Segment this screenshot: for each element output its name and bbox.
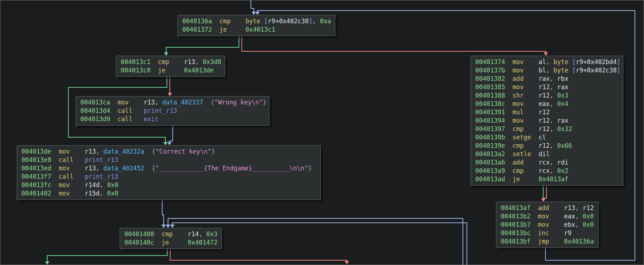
instruction-row-00401394[interactable]: 00401394movr12, rax: [475, 116, 619, 125]
instruction-row-00401374[interactable]: 00401374moval, byte [r9+0x402bd4]: [475, 58, 619, 66]
instruction-row-004013d9[interactable]: 004013d9callexit: [80, 115, 265, 123]
edge-00401408-true: [47, 255, 48, 261]
instruction-row-0040139b[interactable]: 0040139bsetgecl: [475, 133, 619, 142]
operand-token: 0x32: [557, 125, 572, 132]
instruction-row-004013b7[interactable]: 004013b7movebx, 0x0: [501, 221, 594, 229]
instruction-row-004013fc[interactable]: 004013fcmovr14d, 0x0: [21, 181, 316, 189]
operand-token: r14: [188, 230, 199, 238]
operand-token: 0x0: [583, 221, 594, 228]
basic-block-004013ca[interactable]: 004013camovr13, data_402337 {"Wrong key\…: [76, 96, 269, 126]
instruction-row-004013c1[interactable]: 004013c1cmpr13, 0x3d8: [121, 58, 220, 66]
operand-token: 0x3: [557, 92, 568, 99]
disassembly-graph[interactable]: 0040136acmpbyte [r9+0x402c38], 0xa004013…: [0, 0, 644, 265]
basic-block-004013de[interactable]: 004013demovr13, data_40232a {"Correct ke…: [17, 145, 321, 200]
instruction-row-00401402[interactable]: 00401402movr15d, 0x0: [21, 189, 316, 198]
operand-token: [: [572, 58, 576, 66]
instruction-row-004013a6[interactable]: 004013a6addrcx, rdi: [475, 158, 619, 167]
instruction-row-00401397[interactable]: 00401397cmpr12, 0x32: [475, 125, 619, 133]
edge-00401408-false: [170, 249, 171, 260]
basic-block-00401374[interactable]: 00401374moval, byte [r9+0x402bd4]0040137…: [471, 56, 623, 186]
instruction-row-004013c8[interactable]: 004013c8je0x4013de: [121, 66, 220, 75]
edge-004013ca-fallthrough: [172, 126, 173, 141]
instruction-row-004013bc[interactable]: 004013bcincr9: [501, 229, 594, 237]
instruction-address: 00401397: [475, 125, 512, 133]
instruction-row-0040140c[interactable]: 0040140cje0x401472: [124, 238, 217, 247]
instruction-mnemonic: cmp: [161, 230, 188, 238]
operand-token: byte: [553, 58, 568, 66]
operand-token: r9: [564, 229, 571, 237]
operand-token: }: [211, 148, 215, 155]
edge-004013c1-true: [68, 87, 167, 88]
instruction-row-0040139e[interactable]: 0040139ecmpr12, 0x66: [475, 142, 619, 150]
edge-004013c1-true: [68, 137, 166, 138]
operand-token: }: [308, 165, 312, 172]
instruction-mnemonic: mov: [538, 221, 564, 229]
instruction-mnemonic: call: [59, 173, 85, 181]
instruction-row-004013ad[interactable]: 004013adje0x4013af: [475, 175, 619, 183]
basic-block-0040136a[interactable]: 0040136acmpbyte [r9+0x402c38], 0xa004013…: [177, 15, 335, 36]
instruction-row-00401385[interactable]: 00401385movr12, rax: [475, 83, 619, 91]
operand-token: ]: [617, 67, 620, 74]
instruction-row-004013e8[interactable]: 004013e8callprint_r13: [21, 156, 316, 164]
operand-token: 0x4013af: [539, 175, 568, 183]
operand-token: eax: [564, 213, 575, 220]
instruction-row-00401391[interactable]: 00401391mulr12: [475, 108, 619, 116]
instruction-mnemonic: je: [161, 238, 188, 247]
edge-00401408-false: [170, 260, 347, 261]
instruction-mnemonic: add: [512, 75, 539, 83]
instruction-mnemonic: cmp: [512, 167, 539, 175]
instruction-mnemonic: shr: [512, 91, 539, 100]
instruction-address: 004013bf: [501, 237, 538, 246]
instruction-address: 0040138c: [475, 100, 512, 108]
instruction-row-004013ca[interactable]: 004013camovr13, data_402337 {"Wrong key\…: [80, 98, 265, 107]
operand-token: 0x4013de: [184, 67, 214, 74]
operand-token: ,: [575, 204, 583, 211]
instruction-row-00401372[interactable]: 00401372je0x4013c1: [182, 25, 331, 34]
basic-block-00401408[interactable]: 00401408cmpr14, 0x30040140cje0x401472: [120, 228, 222, 249]
instruction-address: 004013b2: [501, 212, 538, 221]
instruction-address: 004013f7: [21, 173, 59, 181]
instruction-row-004013b2[interactable]: 004013b2moveax, 0x0: [501, 212, 594, 221]
operand-token: rax: [557, 83, 568, 91]
instruction-row-004013f7[interactable]: 004013f7callprint_r13: [21, 173, 316, 181]
arrowhead-004013ca-fallthrough: [167, 142, 172, 145]
instruction-row-004013bf[interactable]: 004013bfjmp0x40136a: [501, 237, 594, 246]
operand-token: ]: [617, 58, 620, 66]
operand-token: ,: [550, 125, 557, 132]
instruction-address: 0040136a: [182, 17, 219, 25]
instruction-row-004013a2[interactable]: 004013a2setledil: [475, 150, 619, 158]
instruction-address: 004013ca: [80, 98, 117, 107]
instruction-row-00401408[interactable]: 00401408cmpr14, 0x3: [124, 230, 217, 238]
instruction-row-0040138c[interactable]: 0040138cmoveax, 0x4: [475, 100, 619, 108]
arrowhead-wrap-right-1-to-00401408: [166, 225, 170, 228]
basic-block-004013c1[interactable]: 004013c1cmpr13, 0x3d8004013c8je0x4013de: [116, 56, 225, 77]
operand-token: ,: [550, 75, 557, 82]
instruction-row-004013af[interactable]: 004013afaddr13, r12: [501, 204, 594, 212]
arrowhead-004013c1-false: [168, 93, 172, 96]
instruction-row-004013d4[interactable]: 004013d4callprint_r13: [80, 107, 265, 115]
instruction-row-004013de[interactable]: 004013demovr13, data_40232a {"Correct ke…: [21, 147, 316, 156]
instruction-row-00401388[interactable]: 00401388shrr12, 0x3: [475, 91, 619, 100]
instruction-row-0040137b[interactable]: 0040137bmovbl, byte [r9+0x402c38]: [475, 66, 619, 75]
instruction-address: 004013fc: [21, 181, 59, 189]
basic-block-004013af[interactable]: 004013afaddr13, r12004013b2moveax, 0x000…: [496, 202, 599, 248]
instruction-row-00401382[interactable]: 00401382addrax, rbx: [475, 75, 619, 83]
operand-token: 0x0: [107, 181, 118, 189]
instruction-row-0040136a[interactable]: 0040136acmpbyte [r9+0x402c38], 0xa: [182, 17, 331, 25]
operand-token: r13: [144, 99, 155, 106]
instruction-mnemonic: jmp: [538, 237, 564, 246]
operand-token: ,: [195, 58, 203, 66]
operand-token: ,: [199, 230, 206, 238]
operand-token: rcx: [539, 167, 550, 174]
operand-token: bl: [539, 67, 546, 74]
arrowhead-0040136a-true: [164, 52, 168, 56]
edge-004013c1-true: [167, 77, 167, 87]
instruction-address: 004013de: [21, 147, 59, 156]
operand-token: 0x401472: [188, 239, 217, 246]
operand-token: cl: [539, 134, 546, 141]
edge-004013c1-true: [165, 137, 166, 142]
operand-token: ,: [550, 92, 557, 99]
instruction-row-004013a9[interactable]: 004013a9cmprcx, 0x2: [475, 167, 619, 175]
instruction-mnemonic: je: [219, 25, 245, 34]
instruction-row-004013ed[interactable]: 004013edmovr13, data_402452 {"__________…: [21, 164, 316, 173]
